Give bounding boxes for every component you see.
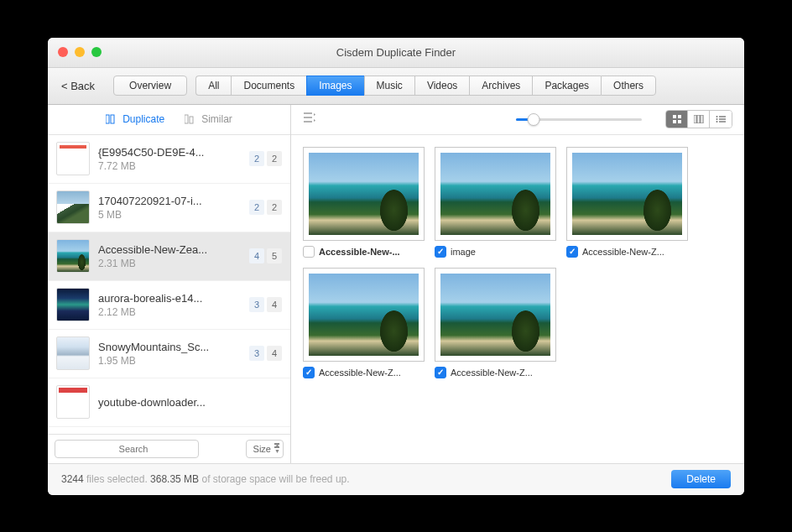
file-size: 5 MB: [98, 209, 241, 221]
badge-total: 4: [267, 346, 282, 361]
thumbnail: [56, 142, 90, 175]
row-text: 170407220921-07-i...5 MB: [98, 195, 241, 221]
file-size: 2.12 MB: [98, 306, 241, 318]
badge-selected: 3: [249, 346, 264, 361]
file-name: 170407220921-07-i...: [98, 195, 241, 207]
tab-others[interactable]: Others: [601, 76, 656, 96]
file-name: youtube-downloader...: [98, 396, 282, 409]
grid-item[interactable]: Accessible-New-...: [303, 147, 425, 258]
tab-archives[interactable]: Archives: [469, 76, 532, 96]
svg-rect-2: [185, 115, 188, 123]
list-item[interactable]: SnowyMountains_Sc...1.95 MB34: [48, 330, 290, 378]
sort-select[interactable]: Size ▲▼: [246, 440, 284, 458]
list-item[interactable]: Accessible-New-Zea...2.31 MB45: [48, 232, 290, 281]
card-label: Accessible-New-Z...: [435, 367, 556, 378]
tab-documents[interactable]: Documents: [231, 76, 306, 96]
search-input[interactable]: [55, 440, 199, 458]
tab-all[interactable]: All: [195, 76, 231, 96]
search-wrap: 🔍: [55, 440, 241, 458]
thumbnail: [56, 385, 90, 419]
badge-total: 5: [267, 248, 282, 263]
preview-frame: [435, 268, 556, 362]
card-label: Accessible-New-Z...: [303, 367, 425, 378]
list-item[interactable]: youtube-downloader...: [48, 378, 290, 427]
grid-item[interactable]: Accessible-New-Z...: [566, 147, 688, 258]
delete-button[interactable]: Delete: [671, 470, 731, 488]
view-grid-button[interactable]: [666, 111, 688, 128]
thumbnail: [56, 239, 90, 273]
content: Accessible-New-...imageAccessible-New-Z.…: [291, 105, 744, 463]
card-name: Accessible-New-...: [319, 247, 400, 257]
select-checkbox[interactable]: [566, 246, 578, 258]
select-checkbox[interactable]: [303, 246, 315, 258]
card-label: Accessible-New-Z...: [566, 246, 688, 258]
select-checkbox[interactable]: [435, 367, 446, 378]
thumbnail: [56, 288, 90, 321]
sort-arrows-icon: ▲▼: [274, 442, 280, 454]
tab-music[interactable]: Music: [364, 76, 414, 96]
tab-duplicate[interactable]: Duplicate: [106, 113, 164, 125]
list-item[interactable]: 170407220921-07-i...5 MB22: [48, 184, 290, 232]
view-list-button[interactable]: [710, 111, 732, 128]
toolbar: < Back Overview All Documents Images Mus…: [48, 68, 744, 105]
sort-label: Size: [253, 444, 271, 454]
zoom-icon[interactable]: [91, 47, 102, 57]
app-window: Cisdem Duplicate Finder < Back Overview …: [48, 38, 744, 495]
row-text: Accessible-New-Zea...2.31 MB: [98, 243, 241, 269]
tab-similar-label: Similar: [201, 113, 232, 125]
file-name: SnowyMountains_Sc...: [98, 341, 241, 353]
filter-icon[interactable]: [303, 112, 316, 127]
overview-button[interactable]: Overview: [113, 76, 187, 96]
list-item[interactable]: {E9954C50-DE9E-4...7.72 MB22: [48, 135, 290, 184]
window-controls: [58, 47, 102, 57]
search-row: 🔍 Size ▲▼: [48, 434, 290, 463]
row-text: youtube-downloader...: [98, 396, 282, 409]
duplicate-list[interactable]: {E9954C50-DE9E-4...7.72 MB22170407220921…: [48, 135, 290, 434]
badge-total: 4: [267, 297, 282, 312]
preview-frame: [303, 147, 425, 241]
svg-rect-6: [673, 120, 676, 123]
row-text: {E9954C50-DE9E-4...7.72 MB: [98, 146, 241, 172]
preview-image: [440, 274, 550, 356]
tab-packages[interactable]: Packages: [532, 76, 601, 96]
grid-item[interactable]: Accessible-New-Z...: [435, 268, 556, 378]
close-icon[interactable]: [58, 47, 68, 57]
tab-videos[interactable]: Videos: [414, 76, 469, 96]
slider-knob[interactable]: [528, 113, 540, 126]
badges: 22: [249, 200, 282, 215]
zoom-slider[interactable]: [516, 118, 642, 121]
thumbnail: [56, 336, 90, 370]
footer: 3244 files selected. 368.35 MB of storag…: [48, 463, 744, 495]
footer-text: 3244 files selected. 368.35 MB of storag…: [61, 473, 350, 485]
preview-grid: Accessible-New-...imageAccessible-New-Z.…: [291, 135, 744, 463]
list-item[interactable]: aurora-borealis-e14...2.12 MB34: [48, 281, 290, 330]
back-button[interactable]: < Back: [61, 80, 95, 92]
badge-selected: 2: [249, 200, 264, 215]
sidebar-tabs: Duplicate Similar: [48, 105, 290, 135]
preview-image: [440, 153, 550, 235]
grid-item[interactable]: image: [435, 147, 556, 258]
window-title: Cisdem Duplicate Finder: [48, 46, 744, 59]
badge-total: 2: [267, 200, 282, 215]
file-name: Accessible-New-Zea...: [98, 243, 241, 256]
select-checkbox[interactable]: [435, 246, 446, 258]
grid-item[interactable]: Accessible-New-Z...: [303, 268, 425, 378]
view-columns-button[interactable]: [688, 111, 710, 128]
tab-images[interactable]: Images: [306, 76, 363, 96]
main: Duplicate Similar {E9954C50-DE9E-4...7.7…: [48, 105, 744, 463]
file-size: 1.95 MB: [98, 355, 241, 367]
preview-frame: [435, 147, 556, 241]
row-text: SnowyMountains_Sc...1.95 MB: [98, 341, 241, 367]
svg-rect-10: [701, 115, 703, 123]
svg-rect-4: [673, 115, 676, 118]
tab-duplicate-label: Duplicate: [122, 113, 164, 125]
badges: 34: [249, 297, 282, 312]
svg-rect-9: [697, 115, 700, 123]
minimize-icon[interactable]: [75, 47, 85, 57]
tab-similar[interactable]: Similar: [185, 113, 232, 125]
badge-selected: 3: [249, 297, 264, 312]
select-checkbox[interactable]: [303, 367, 315, 378]
file-size: 2.31 MB: [98, 258, 241, 269]
svg-rect-12: [719, 116, 726, 117]
card-name: Accessible-New-Z...: [582, 247, 664, 257]
